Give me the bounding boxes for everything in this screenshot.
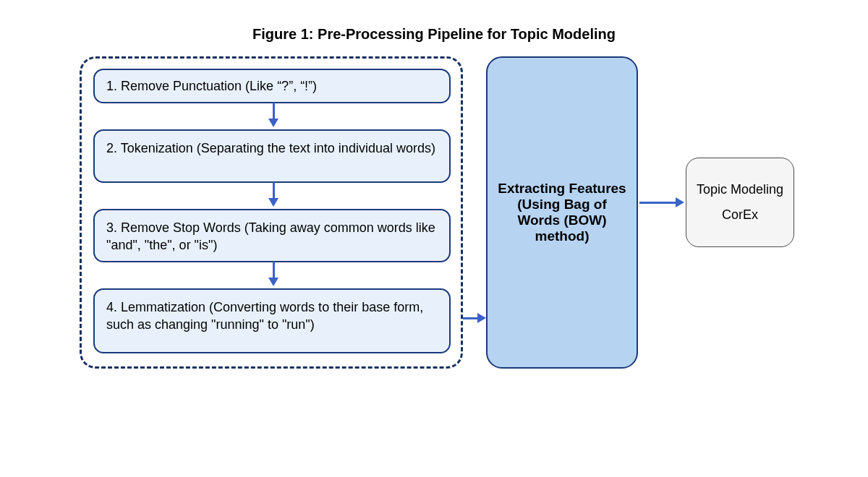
step-label: 2. Tokenization (Separating the text int… bbox=[106, 141, 435, 155]
step-label: 3. Remove Stop Words (Taking away common… bbox=[106, 220, 435, 252]
step-lemmatization: 4. Lemmatization (Converting words to th… bbox=[93, 288, 451, 353]
diagram-canvas: Figure 1: Pre-Processing Pipeline for To… bbox=[0, 0, 868, 477]
preprocessing-group-box: 1. Remove Punctuation (Like “?”, “!”) 2.… bbox=[80, 56, 463, 369]
feature-extraction-box: Extracting Features (Using Bag of Words … bbox=[486, 56, 638, 369]
feature-extraction-label: Extracting Features (Using Bag of Words … bbox=[498, 181, 626, 244]
step-remove-punctuation: 1. Remove Punctuation (Like “?”, “!”) bbox=[93, 69, 451, 103]
step-label: 1. Remove Punctuation (Like “?”, “!”) bbox=[106, 79, 317, 93]
step-tokenization: 2. Tokenization (Separating the text int… bbox=[93, 129, 451, 183]
topic-modeling-label: Topic Modeling bbox=[697, 182, 783, 197]
topic-modeling-method: CorEx bbox=[722, 207, 758, 223]
step-label: 4. Lemmatization (Converting words to th… bbox=[106, 300, 423, 332]
figure-title: Figure 1: Pre-Processing Pipeline for To… bbox=[0, 26, 868, 43]
step-remove-stop-words: 3. Remove Stop Words (Taking away common… bbox=[93, 209, 451, 262]
topic-modeling-box: Topic Modeling CorEx bbox=[686, 158, 794, 247]
